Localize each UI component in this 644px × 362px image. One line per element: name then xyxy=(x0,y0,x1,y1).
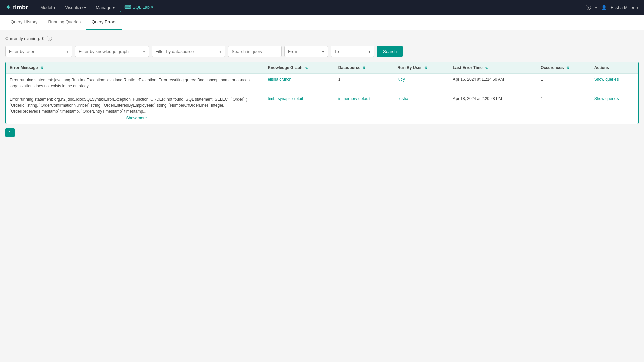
row1-occ-value: 1 xyxy=(541,77,543,82)
row1-error-text: Error running statement: java.lang.Runti… xyxy=(10,78,251,88)
row1-time-value: Apr 16, 2024 at 11:14:50 AM xyxy=(453,77,504,82)
table-row: Error running statement: org.h2.jdbc.Jdb… xyxy=(6,93,638,124)
sort-user-icon: ⇅ xyxy=(424,66,427,70)
filter-user-label: Filter by user xyxy=(9,49,34,54)
sqllab-chevron: ▾ xyxy=(151,5,153,10)
visualize-label: Visualize xyxy=(65,5,83,10)
sort-time-icon: ⇅ xyxy=(485,66,488,70)
nav-right: ? ▾ 👤 Elisha Miller ▾ xyxy=(586,5,639,10)
visualize-chevron: ▾ xyxy=(84,5,86,10)
tab-query-history[interactable]: Query History xyxy=(5,15,43,30)
sqllab-icon: ⌨ xyxy=(124,4,131,10)
row2-time-value: Apr 18, 2024 at 2:20:28 PM xyxy=(453,96,502,101)
row2-kg-link[interactable]: timbr synapse retail xyxy=(268,96,303,101)
model-chevron: ▾ xyxy=(53,5,56,10)
nav-manage[interactable]: Manage ▾ xyxy=(92,3,119,12)
user-icon: 👤 xyxy=(601,5,607,10)
nav-items: Model ▾ Visualize ▾ Manage ▾ ⌨ SQL Lab ▾ xyxy=(36,2,157,12)
row1-knowledge-graph: elisha crunch xyxy=(264,74,334,93)
main-content: Currently running: 0 i Filter by user ▾ … xyxy=(0,30,644,362)
row1-actions: Show queries xyxy=(590,74,638,93)
table-header: Error Message ⇅ Knowledge Graph ⇅ Dataso… xyxy=(6,62,638,74)
filter-ds-chevron: ▾ xyxy=(219,49,222,54)
col-knowledge-graph[interactable]: Knowledge Graph ⇅ xyxy=(264,62,334,74)
col-run-by-user[interactable]: Run By User ⇅ xyxy=(393,62,449,74)
col-occurrences[interactable]: Occurences ⇅ xyxy=(537,62,590,74)
nav-visualize[interactable]: Visualize ▾ xyxy=(61,3,90,12)
filter-user-chevron: ▾ xyxy=(66,49,69,54)
table-body: Error running statement: java.lang.Runti… xyxy=(6,74,638,124)
logo-text: timbr xyxy=(13,4,28,11)
row1-last-error-time: Apr 16, 2024 at 11:14:50 AM xyxy=(449,74,537,93)
search-button[interactable]: Search xyxy=(377,46,403,57)
row1-datasource: 1 xyxy=(334,74,394,93)
model-label: Model xyxy=(40,5,52,10)
row2-actions: Show queries xyxy=(590,93,638,124)
row1-ds-value: 1 xyxy=(338,77,341,82)
row1-user-link[interactable]: lucy xyxy=(397,77,405,82)
row2-last-error-time: Apr 18, 2024 at 2:20:28 PM xyxy=(449,93,537,124)
filter-kg-chevron: ▾ xyxy=(143,49,145,54)
errors-table-container: Error Message ⇅ Knowledge Graph ⇅ Dataso… xyxy=(5,62,639,124)
from-date-select[interactable]: From ▾ xyxy=(284,46,328,57)
top-navigation: ✦ timbr Model ▾ Visualize ▾ Manage ▾ ⌨ S… xyxy=(0,0,644,15)
manage-chevron: ▾ xyxy=(113,5,115,10)
user-menu[interactable]: Elisha Miller ▾ xyxy=(611,5,639,10)
row2-error-message: Error running statement: org.h2.jdbc.Jdb… xyxy=(6,93,264,124)
row2-run-by-user: elisha xyxy=(393,93,449,124)
running-info: Currently running: 0 i xyxy=(5,36,639,41)
page-1-button[interactable]: 1 xyxy=(5,128,15,137)
info-icon[interactable]: i xyxy=(47,36,52,41)
sort-occ-icon: ⇅ xyxy=(566,66,569,70)
running-label: Currently running: xyxy=(5,36,40,41)
row2-show-queries[interactable]: Show queries xyxy=(594,96,619,101)
from-chevron: ▾ xyxy=(322,49,324,54)
tab-running-queries[interactable]: Running Queries xyxy=(43,15,86,30)
row2-occurrences: 1 xyxy=(537,93,590,124)
chevron-help: ▾ xyxy=(595,5,597,10)
row2-datasource: in memory default xyxy=(334,93,394,124)
filter-ds-label: Filter by datasource xyxy=(155,49,194,54)
sort-kg-icon: ⇅ xyxy=(305,66,308,70)
logo[interactable]: ✦ timbr xyxy=(5,3,28,11)
row1-show-queries[interactable]: Show queries xyxy=(594,77,619,82)
row1-error-message: Error running statement: java.lang.Runti… xyxy=(6,74,264,93)
row2-knowledge-graph: timbr synapse retail xyxy=(264,93,334,124)
filter-user-select[interactable]: Filter by user ▾ xyxy=(5,46,72,57)
col-actions: Actions xyxy=(590,62,638,74)
row2-show-more[interactable]: + Show more xyxy=(10,116,260,120)
col-error-message[interactable]: Error Message ⇅ xyxy=(6,62,264,74)
user-chevron: ▾ xyxy=(636,5,639,10)
filter-ds-select[interactable]: Filter by datasource ▾ xyxy=(152,46,225,57)
filter-kg-label: Filter by knowledge graph xyxy=(79,49,129,54)
col-last-error-time[interactable]: Last Error Time ⇅ xyxy=(449,62,537,74)
errors-table: Error Message ⇅ Knowledge Graph ⇅ Dataso… xyxy=(6,62,638,124)
sort-ds-icon: ⇅ xyxy=(363,66,365,70)
running-count: 0 xyxy=(42,36,44,41)
search-query-input[interactable] xyxy=(228,46,282,57)
tab-query-errors[interactable]: Query Errors xyxy=(86,15,122,30)
col-datasource[interactable]: Datasource ⇅ xyxy=(334,62,394,74)
row2-user-link[interactable]: elisha xyxy=(397,96,408,101)
nav-model[interactable]: Model ▾ xyxy=(36,3,60,12)
row1-occurrences: 1 xyxy=(537,74,590,93)
to-date-select[interactable]: To ▾ xyxy=(331,46,374,57)
nav-left: ✦ timbr Model ▾ Visualize ▾ Manage ▾ ⌨ S… xyxy=(5,2,157,12)
to-chevron: ▾ xyxy=(368,49,371,54)
nav-sqllab[interactable]: ⌨ SQL Lab ▾ xyxy=(120,2,157,12)
row1-kg-link[interactable]: elisha crunch xyxy=(268,77,292,82)
row1-run-by-user: lucy xyxy=(393,74,449,93)
row2-occ-value: 1 xyxy=(541,96,543,101)
help-button[interactable]: ? xyxy=(586,5,591,10)
row2-ds-link[interactable]: in memory default xyxy=(338,96,370,101)
user-name: Elisha Miller xyxy=(611,5,634,10)
pagination: 1 xyxy=(5,128,639,137)
manage-label: Manage xyxy=(96,5,111,10)
sqllab-label: SQL Lab xyxy=(132,5,150,10)
row2-error-text: Error running statement: org.h2.jdbc.Jdb… xyxy=(10,97,247,114)
to-label: To xyxy=(334,49,339,54)
table-row: Error running statement: java.lang.Runti… xyxy=(6,74,638,93)
filter-bar: Filter by user ▾ Filter by knowledge gra… xyxy=(5,46,639,57)
filter-kg-select[interactable]: Filter by knowledge graph ▾ xyxy=(75,46,149,57)
sub-tabs: Query History Running Queries Query Erro… xyxy=(0,15,644,30)
